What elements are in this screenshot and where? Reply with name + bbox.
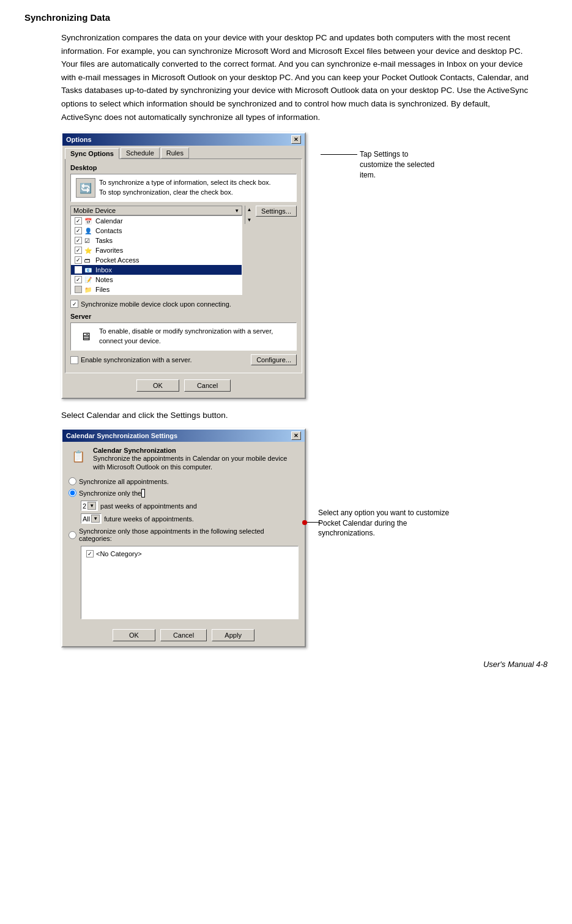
cal-header-icon: 📋 (69, 447, 88, 466)
radio-all-input[interactable] (69, 477, 76, 485)
server-info-text: To enable, disable or modify synchroniza… (99, 327, 291, 346)
radio-only-the[interactable]: Synchronize only the (69, 489, 299, 497)
scrollbar-down[interactable]: ▼ (246, 216, 253, 224)
options-footer: OK Cancel (65, 376, 302, 395)
cal-ok-button[interactable]: OK (113, 629, 155, 641)
list-scrollbar[interactable]: ▲ ▼ (245, 206, 253, 224)
radio1-label: Synchronize all appointments. (79, 478, 169, 485)
weeks-select-1[interactable]: 2 ▼ (81, 501, 98, 511)
checkbox-notes[interactable]: ✓ (75, 276, 82, 283)
list-item-favorites[interactable]: ✓ ⭐ Favorites (71, 245, 242, 255)
list-item-files[interactable]: 📁 Files (71, 285, 242, 294)
sync-info-icon: 🔄 (76, 178, 95, 198)
server-info-box: 🖥 To enable, disable or modify synchroni… (70, 322, 297, 351)
radio-only-input[interactable] (69, 489, 76, 497)
weeks-arrow-2[interactable]: ▼ (91, 515, 100, 523)
cal-close-icon[interactable]: ✕ (291, 431, 301, 440)
annotation2-dot (302, 520, 307, 525)
checkbox-favorites[interactable]: ✓ (75, 247, 82, 254)
list-item-contacts[interactable]: ✓ 👤 Contacts (71, 226, 242, 236)
annotation1: Tap Settings to customize the selected i… (321, 132, 443, 180)
calendar-dialog: Calendar Synchronization Settings ✕ 📋 Ca… (61, 428, 306, 648)
radio-categories[interactable]: Synchronize only those appointments in t… (69, 527, 299, 542)
tab-rules[interactable]: Rules (161, 147, 189, 158)
inbox-icon: 📧 (84, 267, 93, 274)
tasks-icon: ☑ (84, 237, 93, 244)
weeks-label-1: past weeks of appointments and (100, 502, 197, 510)
enable-server-label: Enable synchronization with a server. (81, 356, 192, 363)
server-section: Server 🖥 To enable, disable or modify sy… (70, 313, 297, 365)
settings-button[interactable]: Settings... (256, 206, 297, 217)
tab-schedule[interactable]: Schedule (121, 147, 160, 158)
info-text: To synchronize a type of information, se… (99, 178, 271, 197)
checkbox-inbox[interactable]: ✓ (75, 266, 82, 274)
categories-box: ✓ <No Category> (81, 546, 299, 619)
list-item-tasks[interactable]: ✓ ☑ Tasks (71, 236, 242, 245)
annotation1-text: Tap Settings to customize the selected i… (360, 149, 443, 180)
radio-all-appointments[interactable]: Synchronize all appointments. (69, 477, 299, 485)
list-item-calendar[interactable]: ✓ 📅 Calendar (71, 216, 242, 226)
calendar-footer: OK Cancel Apply (62, 624, 305, 646)
list-item-inbox[interactable]: ✓ 📧 Inbox (71, 265, 242, 275)
calendar-dialog-wrapper: Calendar Synchronization Settings ✕ 📋 Ca… (61, 428, 529, 648)
cal-header-text: Calendar Synchronization Synchronize the… (93, 447, 299, 472)
server-icon: 🖥 (76, 327, 95, 346)
tab-sync-options[interactable]: Sync Options (65, 148, 119, 159)
checkbox-files[interactable] (75, 286, 82, 293)
annotation2-line (307, 522, 321, 523)
files-icon: 📁 (84, 286, 93, 293)
close-icon[interactable]: ✕ (291, 135, 301, 144)
checkbox-pocket-access[interactable]: ✓ (75, 256, 82, 264)
calendar-title: Calendar Synchronization Settings (66, 432, 177, 439)
notes-icon: 📝 (84, 277, 93, 283)
weeks-row-1: 2 ▼ past weeks of appointments and (81, 501, 299, 511)
radio2-label: Synchronize only the (79, 490, 145, 497)
cancel-button[interactable]: Cancel (184, 379, 231, 392)
weeks-value-2: All (83, 515, 90, 523)
list-item-pocket-access[interactable]: ✓ 🗃 Pocket Access (71, 255, 242, 265)
enable-server-row: Enable synchronization with a server. Co… (70, 354, 297, 365)
weeks-label-2: future weeks of appointments. (104, 515, 194, 523)
mobile-device-header: Mobile Device ▼ (70, 206, 242, 215)
list-item-notes[interactable]: ✓ 📝 Notes (71, 275, 242, 285)
sync-clock-row: ✓ Synchronize mobile device clock upon c… (70, 299, 297, 309)
cal-apply-button[interactable]: Apply (212, 629, 254, 641)
page-title: Synchronizing Data (24, 12, 548, 23)
cat-checkbox-no-category[interactable]: ✓ (86, 550, 94, 557)
weeks-value-1: 2 (83, 502, 86, 510)
weeks-arrow-1[interactable]: ▼ (87, 502, 96, 510)
enable-server-checkbox[interactable] (70, 356, 78, 364)
options-titlebar: Options ✕ (62, 133, 305, 146)
weeks-select-2[interactable]: All ▼ (81, 513, 102, 524)
annotation2-text: Select any option you want to customize … (318, 509, 449, 538)
annotation2-wrapper: Select any option you want to customize … (318, 428, 453, 538)
ok-button[interactable]: OK (136, 379, 179, 392)
calendar-titlebar: Calendar Synchronization Settings ✕ (62, 430, 305, 442)
body-text: Synchronization compares the data on you… (61, 31, 529, 124)
sync-list-container: Mobile Device ▼ ✓ 📅 Calendar ✓ 👤 (70, 206, 297, 295)
favorites-icon: ⭐ (84, 247, 93, 254)
options-dialog: Options ✕ Sync Options Schedule Rules De… (61, 132, 306, 399)
cat-item-no-category[interactable]: ✓ <No Category> (84, 549, 295, 559)
instruction1: Select Calendar and click the Settings b… (61, 409, 529, 422)
radio-categories-input[interactable] (69, 531, 76, 539)
desktop-label: Desktop (70, 164, 297, 171)
page-footer: User's Manual 4-8 (24, 660, 548, 669)
radio2-highlight (141, 489, 145, 497)
list-box-wrapper: Mobile Device ▼ ✓ 📅 Calendar ✓ 👤 (70, 206, 242, 295)
sync-clock-checkbox[interactable]: ✓ (70, 300, 78, 308)
checkbox-calendar[interactable]: ✓ (75, 217, 82, 225)
cat-label-no-category: <No Category> (96, 550, 142, 557)
weeks-row-2: All ▼ future weeks of appointments. (81, 513, 299, 524)
calendar-icon: 📅 (84, 218, 93, 225)
cal-cancel-button[interactable]: Cancel (160, 629, 207, 641)
contacts-icon: 👤 (84, 228, 93, 234)
options-tabs: Sync Options Schedule Rules (62, 146, 305, 158)
pocket-access-icon: 🗃 (84, 257, 93, 264)
radio3-label: Synchronize only those appointments in t… (79, 527, 299, 542)
scrollbar-up[interactable]: ▲ (246, 206, 253, 214)
checkbox-contacts[interactable]: ✓ (75, 227, 82, 234)
checkbox-tasks[interactable]: ✓ (75, 237, 82, 244)
options-dialog-wrapper: Options ✕ Sync Options Schedule Rules De… (61, 132, 529, 399)
configure-button[interactable]: Configure... (251, 354, 297, 365)
